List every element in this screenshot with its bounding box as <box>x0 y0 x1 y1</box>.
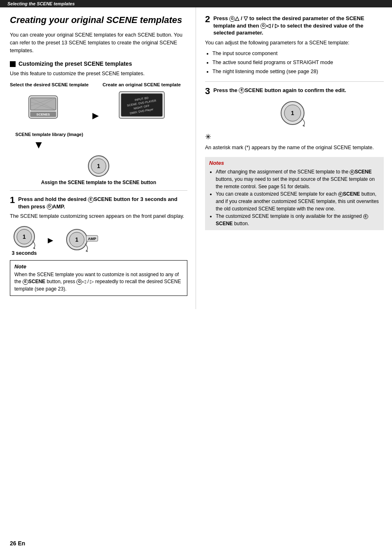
diagram-right: Create an original SCENE template INPUT:… <box>102 82 180 120</box>
step1-right-device: 1 AMP <box>62 227 99 253</box>
param-item-1: The input source component <box>212 50 384 58</box>
note-e-icon-4: E <box>363 214 368 219</box>
left-column: Creating your original SCENE templates Y… <box>0 7 196 309</box>
step2-num: 2 <box>205 15 210 24</box>
page: Selecting the SCENE templates Creating y… <box>0 0 392 554</box>
step2-heading: Press G△ / ▽ to select the desired param… <box>213 15 384 37</box>
step2-intro: You can adjust the following parameters … <box>205 39 384 47</box>
divider2 <box>205 81 384 82</box>
step1-note-box: Note When the SCENE template you want to… <box>10 260 187 296</box>
step3-btn-svg: 1 <box>276 100 313 127</box>
scene-remote-svg: SCENES <box>25 90 74 131</box>
section1-heading: Customizing the preset SCENE templates <box>10 60 187 67</box>
diagram-bottom: 1 Assign the SCENE template to the SCENE… <box>10 154 187 185</box>
note-e-icon: E <box>23 279 28 285</box>
note-e-icon-2: E <box>350 170 355 175</box>
right-column: 2 Press G△ / ▽ to select the desired par… <box>196 7 392 309</box>
diagram-area: Select the desired SCENE template <box>10 82 187 137</box>
step1-block: 1 Press and hold the desired ESCENE butt… <box>10 196 187 296</box>
svg-text:1: 1 <box>23 233 26 240</box>
diagram-left-label: Select the desired SCENE template <box>10 82 89 88</box>
section1-heading-text: Customizing the preset SCENE templates <box>18 60 132 67</box>
step1-devices: 1 3 seconds ► 1 <box>10 224 187 256</box>
step3-tip-text: An asterisk mark (*) appears by the name… <box>205 144 384 152</box>
svg-text:AMP: AMP <box>88 237 96 241</box>
notes-box: Notes After changing the assignment of t… <box>205 157 384 230</box>
param-item-2: The active sound field programs or STRAI… <box>212 59 384 67</box>
top-bar-label: Selecting the SCENE templates <box>7 1 75 6</box>
step2-param-list: The input source component The active so… <box>205 50 384 75</box>
step1-btn-svg: 1 <box>10 224 39 249</box>
note-e-icon-3: E <box>338 192 343 197</box>
note-item-2: You can create a customized SCENE templa… <box>216 190 380 212</box>
note-item-1: After changing the assignment of the SCE… <box>216 168 380 190</box>
library-label: SCENE template library (Image) <box>15 132 83 137</box>
step1-heading: Press and hold the desired ESCENE button… <box>18 196 187 210</box>
svg-text:1: 1 <box>97 163 100 169</box>
notes-box-title: Notes <box>209 160 380 166</box>
section-icon <box>10 61 16 67</box>
step1-arrow: ► <box>46 235 55 246</box>
svg-marker-20 <box>33 247 35 249</box>
step1-left-device: 1 3 seconds <box>10 224 39 256</box>
svg-marker-24 <box>85 250 88 252</box>
e-icon-3: E <box>239 88 244 93</box>
note-title: Note <box>14 263 183 270</box>
seconds-label: 3 seconds <box>12 250 37 256</box>
arrow-right-icon: ► <box>90 97 101 122</box>
svg-text:1: 1 <box>75 236 78 243</box>
page-title: Creating your original SCENE templates <box>10 15 187 25</box>
e-icon: E <box>88 197 94 203</box>
step3-device: 1 <box>205 100 384 127</box>
step2-header: 2 Press G△ / ▽ to select the desired par… <box>205 15 384 37</box>
step3-num: 3 <box>205 87 210 96</box>
note-item-3: The customized SCENE template is only av… <box>216 212 380 227</box>
step1-header: 1 Press and hold the desired ESCENE butt… <box>10 196 187 210</box>
param-item-3: The night listening mode setting (see pa… <box>212 68 384 76</box>
front-panel-svg: INPUT: BD SCENE: DVD PLAYER NIGHT: OFF D… <box>117 90 166 120</box>
intro-text: You can create your original SCENE templ… <box>10 31 187 54</box>
g-icon-2: G <box>229 16 235 22</box>
divider1 <box>10 190 187 191</box>
step3-block: 3 Press the ESCENE button again to confi… <box>205 87 384 152</box>
svg-text:SCENES: SCENES <box>36 113 50 116</box>
assign-label: Assign the SCENE template to the SCENE b… <box>41 180 156 185</box>
svg-text:1: 1 <box>291 110 294 116</box>
diagram-left: Select the desired SCENE template <box>10 82 89 137</box>
top-bar: Selecting the SCENE templates <box>0 0 392 7</box>
g-icon-3: G <box>261 23 266 29</box>
notes-list: After changing the assignment of the SCE… <box>209 168 380 227</box>
page-number: 26 En <box>10 540 25 547</box>
tip-line: ✳ <box>205 132 384 141</box>
step3-header: 3 Press the ESCENE button again to confi… <box>205 87 384 96</box>
step2-block: 2 Press G△ / ▽ to select the desired par… <box>205 15 384 76</box>
step1-body: The SCENE template customizing screen ap… <box>10 212 187 220</box>
arrow-down-icon: ▼ <box>33 138 44 151</box>
note-text: When the SCENE template you want to cust… <box>14 271 183 293</box>
d-icon: D <box>47 204 53 210</box>
step3-heading: Press the ESCENE button again to confirm… <box>213 87 346 94</box>
step1-num: 1 <box>10 196 15 205</box>
tip-icon: ✳ <box>205 132 211 141</box>
content-area: Creating your original SCENE templates Y… <box>0 7 392 309</box>
scene-button-assign-svg: 1 <box>84 154 113 178</box>
step1-amp-svg: 1 AMP <box>62 227 99 252</box>
note-g-icon: G <box>76 279 82 285</box>
section1-subtext: Use this feature to customize the preset… <box>10 70 187 78</box>
svg-marker-30 <box>302 125 305 127</box>
diagram-right-label: Create an original SCENE template <box>102 82 180 88</box>
